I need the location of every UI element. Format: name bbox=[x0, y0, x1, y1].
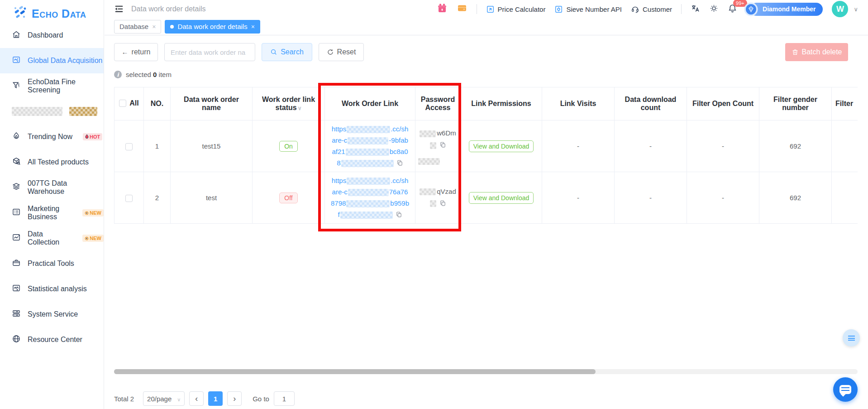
search-button[interactable]: Search bbox=[262, 43, 312, 61]
sidebar-item-all-tested-products[interactable]: All Tested products bbox=[0, 149, 104, 175]
sidebar-nav: Dashboard Global Data Acquisition EchoDa… bbox=[0, 23, 104, 352]
cell-filter-cut bbox=[832, 172, 858, 224]
prev-page-button[interactable] bbox=[189, 391, 204, 406]
row-checkbox[interactable] bbox=[125, 195, 133, 202]
sidebar-item-label: Practical Tools bbox=[28, 260, 74, 268]
funnel-icon bbox=[12, 81, 21, 91]
copy-icon[interactable] bbox=[439, 198, 446, 210]
search-input[interactable] bbox=[164, 43, 255, 61]
sort-caret-icon[interactable] bbox=[298, 105, 302, 111]
sieve-number-api-link[interactable]: Sieve Number API bbox=[554, 5, 622, 14]
sidebar-item-007tg-warehouse[interactable]: 007TG Data Warehouse bbox=[0, 175, 104, 200]
price-calculator-link[interactable]: Price Calculator bbox=[486, 5, 546, 14]
wallet-icon[interactable] bbox=[457, 3, 467, 15]
table-header-row: All NO. Data work order name Work order … bbox=[114, 87, 858, 120]
search-icon bbox=[270, 48, 277, 56]
sidebar-item-redacted[interactable] bbox=[0, 99, 104, 124]
cell-open-count: - bbox=[687, 120, 759, 172]
chart-box-icon bbox=[12, 233, 21, 244]
tab-data-work-order-details[interactable]: Data work order details bbox=[165, 20, 260, 34]
horizontal-scrollbar-thumb[interactable] bbox=[114, 369, 596, 374]
page-size-select[interactable]: 20/page bbox=[143, 391, 185, 406]
pagination: Total 2 20/page 1 Go to bbox=[114, 391, 295, 406]
sidebar-item-label: Marketing Business bbox=[28, 205, 72, 221]
cell-no: 1 bbox=[144, 120, 171, 172]
close-icon[interactable] bbox=[152, 23, 156, 30]
col-visits: Link Visits bbox=[542, 87, 615, 120]
sidebar-item-data-collection[interactable]: Data Collection NEW bbox=[0, 226, 104, 251]
return-button[interactable]: return bbox=[114, 43, 158, 61]
col-status[interactable]: Work order link status bbox=[253, 87, 325, 120]
page-title: Data work order details bbox=[131, 5, 206, 13]
sidebar-item-label: Global Data Acquisition bbox=[28, 57, 102, 65]
cube-search-icon bbox=[12, 157, 21, 168]
redacted-badge-block bbox=[69, 107, 97, 116]
refresh-icon bbox=[327, 48, 334, 56]
horizontal-scrollbar-track[interactable] bbox=[114, 369, 858, 374]
notifications-bell[interactable]: 99+ bbox=[728, 4, 737, 15]
col-downloads: Data download count bbox=[615, 87, 687, 120]
back-arrow-icon bbox=[122, 48, 129, 56]
sidebar-item-statistical-analysis[interactable]: Statistical analysis bbox=[0, 276, 104, 302]
gift-icon[interactable] bbox=[437, 3, 448, 15]
topbar-right: Price Calculator Sieve Number API Custom… bbox=[437, 1, 868, 17]
sidebar-item-dashboard[interactable]: Dashboard bbox=[0, 23, 104, 48]
floating-menu-button[interactable] bbox=[843, 329, 860, 346]
hot-badge: HOT bbox=[83, 133, 102, 140]
row-checkbox[interactable] bbox=[125, 143, 133, 150]
col-no: NO. bbox=[144, 87, 171, 120]
sidebar-item-practical-tools[interactable]: Practical Tools bbox=[0, 251, 104, 276]
copy-icon[interactable] bbox=[396, 210, 402, 221]
cell-password: w6Dm bbox=[415, 120, 461, 172]
chat-button[interactable] bbox=[833, 377, 858, 402]
avatar[interactable]: W bbox=[832, 1, 848, 17]
api-icon bbox=[554, 5, 563, 14]
sidebar-item-global-data-acquisition[interactable]: Global Data Acquisition bbox=[0, 48, 104, 73]
cell-name: test15 bbox=[171, 120, 253, 172]
sidebar-collapse-icon[interactable] bbox=[114, 4, 124, 14]
copy-icon[interactable] bbox=[396, 158, 403, 169]
tab-database[interactable]: Database bbox=[114, 20, 161, 34]
sidebar-item-system-service[interactable]: System Service bbox=[0, 302, 104, 327]
redacted-block bbox=[418, 158, 440, 165]
translate-icon[interactable] bbox=[691, 4, 700, 15]
flame-icon bbox=[12, 131, 21, 142]
sidebar-item-marketing-business[interactable]: Marketing Business NEW bbox=[0, 200, 104, 226]
theme-icon[interactable] bbox=[709, 4, 719, 15]
next-page-button[interactable] bbox=[227, 391, 242, 406]
sidebar-item-trending-now[interactable]: Trending Now HOT bbox=[0, 124, 104, 149]
membership-badge[interactable]: Diamond Member bbox=[750, 3, 823, 16]
cell-work-order-link: https.cc/sh are-c76a76 8798b959b f bbox=[325, 172, 415, 224]
close-icon[interactable] bbox=[251, 23, 255, 30]
cell-open-count: - bbox=[687, 172, 759, 224]
sidebar-item-label: Dashboard bbox=[28, 31, 63, 39]
info-icon bbox=[114, 71, 122, 78]
goto-page-input[interactable] bbox=[274, 391, 295, 406]
reset-button[interactable]: Reset bbox=[319, 43, 364, 61]
menu-icon bbox=[848, 336, 855, 341]
new-star-icon bbox=[85, 236, 89, 241]
page-number-current[interactable]: 1 bbox=[208, 391, 223, 406]
col-select-all: All bbox=[114, 87, 144, 120]
batch-delete-button[interactable]: Batch delete bbox=[785, 43, 848, 61]
copy-icon[interactable] bbox=[439, 140, 446, 152]
cell-work-order-link: https.cc/sh are-c-9bfab af21bc8a0 8 bbox=[325, 120, 415, 172]
cell-filter-cut bbox=[832, 120, 858, 172]
sidebar-item-fine-screening[interactable]: EchoData Fine Screening bbox=[0, 73, 104, 99]
cell-password: qVzad bbox=[415, 172, 461, 224]
stats-icon bbox=[12, 284, 21, 294]
sidebar-item-label: All Tested products bbox=[28, 158, 89, 166]
cell-downloads: - bbox=[615, 172, 687, 224]
cell-visits: - bbox=[542, 120, 615, 172]
briefcase-icon bbox=[12, 258, 21, 269]
page: Echo Data Dashboard Global Data Acquisit… bbox=[0, 0, 868, 409]
customer-link[interactable]: Customer bbox=[631, 5, 672, 14]
sidebar-item-resource-center[interactable]: Resource Center bbox=[0, 327, 104, 352]
redacted-label-block bbox=[12, 107, 62, 116]
chevron-down-icon[interactable] bbox=[854, 6, 858, 13]
sidebar-item-label: Data Collection bbox=[28, 230, 72, 246]
select-all-checkbox[interactable] bbox=[119, 100, 126, 107]
trash-icon bbox=[792, 48, 799, 56]
data-table-wrap: All NO. Data work order name Work order … bbox=[114, 87, 858, 224]
work-orders-table: All NO. Data work order name Work order … bbox=[114, 87, 858, 224]
